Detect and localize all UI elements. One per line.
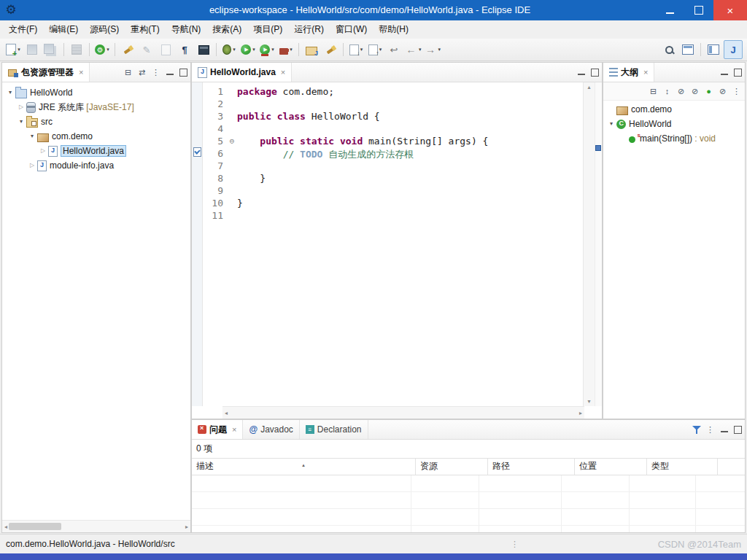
outline-item-com-demo[interactable]: com.demo: [603, 102, 745, 117]
minimize-view-button[interactable]: [717, 423, 731, 437]
table-row[interactable]: [192, 526, 745, 533]
scrollbar-thumb[interactable]: [9, 523, 61, 530]
forward-button[interactable]: →▾: [424, 41, 442, 58]
code-line-5[interactable]: 5⊖ public static void main(String[] args…: [203, 136, 583, 148]
scroll-right-icon[interactable]: ▸: [185, 524, 188, 530]
view-menu-button[interactable]: ⋮: [729, 85, 743, 98]
scroll-down-icon[interactable]: ▾: [587, 398, 590, 405]
tab-declaration[interactable]: ≡Declaration: [300, 420, 368, 439]
open-console-button[interactable]: [195, 41, 212, 58]
minimize-view-button[interactable]: [717, 66, 731, 79]
dropdown-arrow-icon[interactable]: ▾: [360, 47, 363, 52]
close-icon[interactable]: ×: [79, 68, 83, 77]
code-area[interactable]: 1package com.demo;23public class HelloWo…: [203, 82, 583, 406]
table-row[interactable]: [192, 475, 745, 492]
collapse-all-button[interactable]: ⊟: [121, 66, 135, 79]
scroll-left-icon[interactable]: ◂: [225, 410, 228, 416]
code-line-6[interactable]: 6 // TODO 自动生成的方法存根: [203, 148, 583, 160]
tree-expanded-icon[interactable]: ▾: [5, 85, 15, 100]
horizontal-scrollbar[interactable]: ◂ ▸: [2, 520, 190, 532]
column-header-path[interactable]: 路径: [488, 459, 575, 475]
hide-non-public-button[interactable]: ●: [702, 85, 716, 98]
fold-marker-icon[interactable]: ⊖: [227, 136, 237, 148]
menu-item-navigate[interactable]: 导航(N): [166, 20, 207, 39]
dropdown-arrow-icon[interactable]: ▾: [18, 47, 20, 52]
status-overflow-icon[interactable]: ⋮: [511, 540, 519, 549]
maximize-view-button[interactable]: [731, 66, 745, 79]
coverage-button[interactable]: ▾: [258, 41, 276, 58]
view-menu-button[interactable]: ⋮: [149, 66, 163, 79]
code-line-3[interactable]: 3public class HelloWorld {: [203, 111, 583, 123]
tree-item-src[interactable]: ▾src: [2, 114, 190, 129]
hide-local-types-button[interactable]: ⊘: [716, 85, 729, 98]
new-java-project-button[interactable]: [303, 41, 320, 58]
minimize-view-button[interactable]: [163, 66, 177, 79]
dropdown-arrow-icon[interactable]: ▾: [438, 47, 441, 52]
new-wizard-button[interactable]: ▾: [4, 41, 22, 58]
minimize-window-button[interactable]: [655, 0, 684, 20]
tree-collapsed-icon[interactable]: ▷: [38, 144, 48, 158]
column-header-description[interactable]: 描述▴: [192, 459, 416, 475]
task-marker-icon[interactable]: [193, 147, 201, 157]
horizontal-scrollbar[interactable]: ◂ ▸: [222, 406, 584, 419]
column-header-type[interactable]: 类型: [647, 459, 718, 475]
show-whitespace-button[interactable]: ¶: [176, 41, 193, 58]
tree-item-jre-library[interactable]: ▷JRE 系统库 [JavaSE-17]: [2, 100, 190, 114]
code-line-2[interactable]: 2: [203, 98, 583, 111]
tree-item-com-demo[interactable]: ▾com.demo: [2, 129, 190, 144]
close-window-button[interactable]: ×: [713, 0, 747, 20]
dropdown-arrow-icon[interactable]: ▾: [271, 47, 274, 52]
filter-button[interactable]: [689, 423, 703, 437]
search-button[interactable]: [322, 41, 339, 58]
menu-item-edit[interactable]: 编辑(E): [43, 20, 84, 39]
tab-problems[interactable]: 问题×: [192, 420, 243, 439]
java-perspective-button[interactable]: J: [724, 40, 743, 59]
annotation-ruler[interactable]: [192, 82, 203, 406]
close-icon[interactable]: ×: [232, 425, 236, 434]
dropdown-arrow-icon[interactable]: ▾: [290, 47, 293, 52]
tab-javadoc[interactable]: @Javadoc: [243, 420, 299, 439]
tree-item-module-info-java[interactable]: ▷module-info.java: [2, 158, 190, 173]
debug-button[interactable]: ▾: [220, 41, 238, 58]
tab-outline[interactable]: 大纲 ×: [603, 63, 654, 82]
menu-item-file[interactable]: 文件(F): [3, 20, 43, 39]
open-type-button[interactable]: [119, 41, 136, 58]
close-icon[interactable]: ×: [643, 68, 648, 77]
collapse-all-button[interactable]: ⊟: [646, 85, 660, 98]
menu-item-search[interactable]: 搜索(A): [206, 20, 247, 39]
last-edit-location-button[interactable]: ↩: [385, 41, 403, 58]
close-icon[interactable]: ×: [281, 68, 285, 77]
minimize-view-button[interactable]: [574, 66, 588, 79]
code-line-8[interactable]: 8 }: [203, 173, 583, 185]
tab-helloworld-java[interactable]: HelloWorld.java ×: [192, 63, 292, 82]
table-row[interactable]: [192, 492, 745, 509]
tree-item-helloworld-java[interactable]: ▷HelloWorld.java: [2, 144, 190, 158]
maximize-view-button[interactable]: [588, 66, 602, 79]
scroll-left-icon[interactable]: ◂: [4, 524, 7, 530]
dropdown-arrow-icon[interactable]: ▾: [419, 47, 422, 52]
dropdown-arrow-icon[interactable]: ▾: [233, 47, 236, 52]
tree-expanded-icon[interactable]: ▾: [606, 117, 616, 131]
tree-expanded-icon[interactable]: ▾: [27, 129, 37, 144]
menu-item-project[interactable]: 项目(P): [247, 20, 288, 39]
table-row[interactable]: [192, 509, 745, 526]
scroll-up-icon[interactable]: ▴: [587, 84, 590, 90]
open-perspective-button[interactable]: [679, 41, 697, 58]
next-annotation-button[interactable]: ▾: [347, 41, 365, 58]
hide-static-members-button[interactable]: ⊘: [688, 85, 702, 98]
menu-item-refactor[interactable]: 重构(T): [125, 20, 165, 39]
menu-item-help[interactable]: 帮助(H): [373, 20, 414, 39]
vertical-scrollbar[interactable]: ▴ ▾: [583, 82, 595, 406]
code-line-11[interactable]: 11: [203, 210, 583, 222]
column-header-resource[interactable]: 资源: [416, 459, 488, 475]
external-tools-button[interactable]: ▾: [277, 41, 295, 58]
link-with-editor-button[interactable]: ⇄: [135, 66, 149, 79]
previous-annotation-button[interactable]: ▾: [366, 41, 384, 58]
tree-collapsed-icon[interactable]: ▷: [16, 100, 26, 114]
tab-package-explorer[interactable]: 包资源管理器 ×: [2, 63, 90, 82]
quick-search-button[interactable]: [660, 41, 678, 58]
menu-item-source[interactable]: 源码(S): [84, 20, 125, 39]
overview-ruler[interactable]: [595, 82, 602, 406]
hide-fields-button[interactable]: ⊘: [674, 85, 688, 98]
new-launch-config-button[interactable]: ⚙▾: [93, 41, 111, 58]
